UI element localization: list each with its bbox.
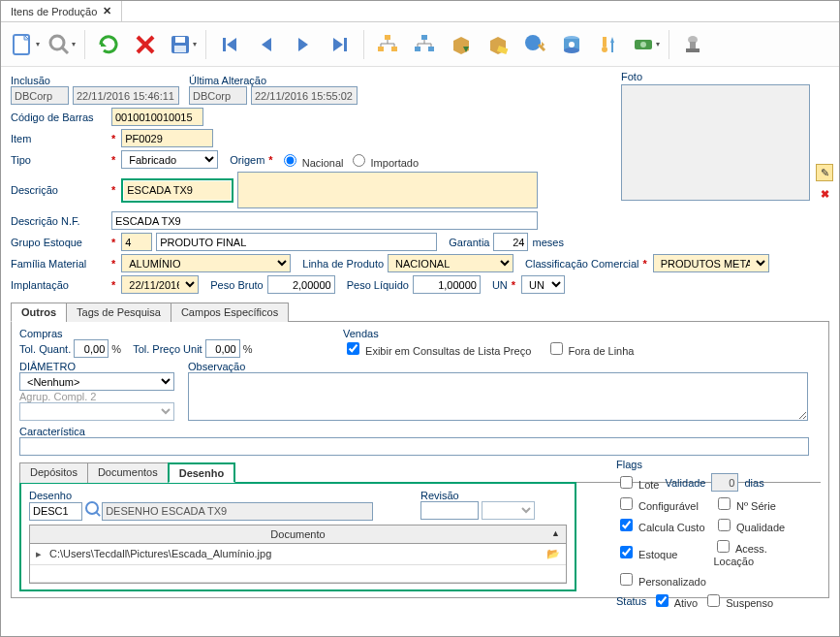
nav-first-button[interactable] [212,27,247,62]
tipo-select[interactable]: Fabricado [121,150,218,169]
peso-bruto-label: Peso Bruto [210,279,263,291]
dropdown-icon: ▾ [72,40,76,48]
grupo-estoque-code[interactable] [121,233,152,251]
familia-label: Família Material [11,258,108,270]
inclusao-label: Inclusão [11,75,185,86]
personalizado-checkbox[interactable]: Personalizado [616,570,706,589]
foto-frame[interactable] [621,84,810,201]
fora-linha-checkbox[interactable]: Fora de Linha [546,345,635,357]
tab-outros[interactable]: Outros [11,303,67,322]
implantacao-date[interactable]: 22/11/2016 [121,275,199,294]
box-down-button[interactable] [444,27,479,62]
classificacao-select[interactable]: PRODUTOS METALÚ... [653,254,769,272]
window-tab[interactable]: Itens de Produção ✕ [1,1,122,21]
classificacao-label: Classificação Comercial [525,258,638,270]
nav-prev-button[interactable] [249,27,284,62]
peso-liquido-input[interactable] [413,275,481,294]
grid-row[interactable]: ▸ C:\Users\Tecdall\Pictures\Escada_Alumí… [30,544,566,565]
configure-button[interactable] [591,27,626,62]
alteracao-user [189,86,247,105]
hierarchy-button-1[interactable] [370,27,405,62]
suspenso-checkbox[interactable]: Suspenso [703,591,773,610]
configuravel-checkbox[interactable]: Configurável [616,494,708,513]
peso-bruto-input[interactable] [267,275,335,294]
svg-rect-11 [378,47,384,51]
calcula-custo-checkbox[interactable]: Calcula Custo [616,516,708,534]
descricao-textarea[interactable] [237,172,538,208]
save-button[interactable]: ▾ [165,27,200,62]
subtab-documentos[interactable]: Documentos [87,462,169,483]
flags-panel: Flags Lote Validade dias Configurável Nº… [616,459,810,613]
svg-rect-18 [415,47,420,51]
svg-rect-19 [428,47,434,51]
sort-icon[interactable]: ▲ [551,528,560,538]
delete-button[interactable] [128,27,163,62]
codigo-barras-label: Código de Barras [11,111,108,123]
folder-open-icon[interactable]: 📂 [546,548,560,560]
grid-header-documento[interactable]: Documento ▲ [30,526,566,544]
nav-last-button[interactable] [323,27,358,62]
tab-campos[interactable]: Campos Específicos [171,303,289,322]
revisao-label: Revisão [420,490,459,501]
tab-tags[interactable]: Tags de Pesquisa [66,303,171,322]
estoque-checkbox[interactable]: Estoque [616,543,707,561]
subtab-desenho[interactable]: Desenho [168,462,235,483]
lote-checkbox[interactable]: Lote [616,473,659,492]
descricao-nf-label: Descrição N.F. [11,215,108,227]
flags-title: Flags [616,459,642,470]
descricao-nf-input[interactable] [111,211,538,230]
alteracao-ts [251,86,358,105]
svg-rect-17 [421,35,427,40]
inclusao-user [11,86,69,105]
row-marker-icon: ▸ [36,548,49,560]
svg-rect-6 [175,37,185,43]
grupo-estoque-desc[interactable] [156,233,437,251]
svg-rect-31 [611,43,613,52]
ativo-checkbox[interactable]: Ativo [652,591,698,610]
qualidade-checkbox[interactable]: Qualidade [714,516,785,534]
linha-select[interactable]: NACIONAL [388,254,513,272]
main-tabstrip: Outros Tags de Pesquisa Campos Específic… [11,302,829,322]
new-button[interactable]: ▾ [7,27,42,62]
refresh-button[interactable] [91,27,126,62]
revisao-select [482,501,535,520]
un-select[interactable]: UN [521,275,565,294]
codigo-barras-input[interactable] [111,108,203,126]
item-input[interactable] [121,129,213,147]
outros-panel: Compras Tol. Quant. % Tol. Preço Unit % … [11,322,829,598]
tol-preco-input[interactable] [205,339,240,358]
money-button[interactable]: ▾ [628,27,663,62]
cylinder-button[interactable] [554,27,589,62]
stamp-button[interactable] [675,27,710,62]
globe-tool-button[interactable] [517,27,552,62]
hierarchy-button-2[interactable] [407,27,442,62]
edit-foto-icon[interactable]: ✎ [816,164,833,181]
acess-locacao-checkbox[interactable]: Acess. Locação [713,537,810,567]
caracteristica-input[interactable] [19,437,809,456]
no-serie-checkbox[interactable]: Nº Série [714,494,776,513]
observacao-textarea[interactable] [188,372,808,421]
origem-nacional-radio[interactable]: Nacional [279,151,344,169]
observacao-label: Observação [188,361,245,372]
form-content: Inclusão Última Alteração Foto ✎ ✖ [1,67,839,636]
delete-foto-icon[interactable]: ✖ [816,185,833,203]
familia-select[interactable]: ALUMÍNIO [121,254,291,272]
tol-quant-input[interactable] [74,339,109,358]
svg-rect-36 [686,48,700,52]
close-icon[interactable]: ✕ [103,5,111,17]
descricao-input[interactable] [124,181,231,200]
desenho-panel: Desenho Revisão Documento ▲ [19,482,576,591]
lookup-icon[interactable] [85,501,99,515]
exibir-consultas-checkbox[interactable]: Exibir em Consultas de Lista Preço [343,345,531,357]
documento-path: C:\Users\Tecdall\Pictures\Escada_Alumíni… [49,548,271,559]
subtab-depositos[interactable]: Depósitos [19,462,88,483]
desenho-code-input[interactable] [29,502,82,521]
search-button[interactable]: ▾ [44,27,78,62]
diametro-select[interactable]: <Nenhum> [19,372,174,391]
origem-importado-radio[interactable]: Importado [348,151,420,169]
garantia-input[interactable] [493,233,528,251]
box-tag-button[interactable] [481,27,515,62]
svg-point-28 [564,48,579,53]
revisao-input[interactable] [420,501,479,520]
nav-next-button[interactable] [286,27,321,62]
